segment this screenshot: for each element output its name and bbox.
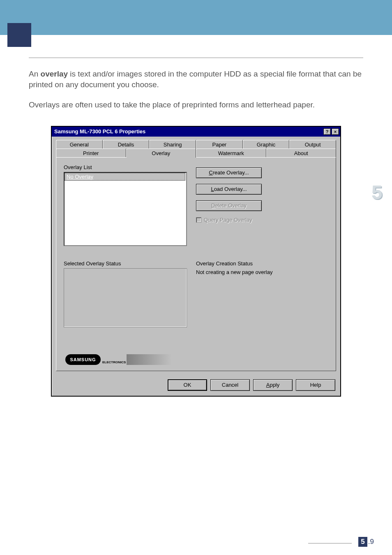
creation-status-label: Overlay Creation Status [196,260,323,267]
help-icon: ? [326,129,329,134]
samsung-logo-area: SAMSUNG ELECTRONICS [65,354,172,365]
tab-graphic[interactable]: Graphic [243,140,290,149]
create-overlay-button[interactable]: Create Overlay... [196,167,262,178]
dialog-buttons-row: OK Cancel Apply Help [52,375,340,396]
header-bar [0,0,392,35]
creation-status-value: Not creating a new page overlay [196,269,323,275]
tab-rows: General Details Sharing Paper Graphic Ou… [56,140,336,158]
p1-bold: overlay [41,70,68,78]
query-page-overlay-row: Query Page Overlay [196,217,327,223]
delete-overlay-button: Delete Overlay [196,200,262,211]
tab-details[interactable]: Details [103,140,150,149]
selected-status-box [64,268,187,327]
header-accent-block [7,23,31,47]
overlay-list-item[interactable]: No Overlay [65,173,185,181]
tabs-area: General Details Sharing Paper Graphic Ou… [52,137,340,375]
tab-row-front: Printer Overlay Watermark About [56,149,336,158]
properties-dialog: Samsung ML-7300 PCL 6 Properties ? × Gen… [51,126,341,397]
title-bar[interactable]: Samsung ML-7300 PCL 6 Properties ? × [52,127,340,137]
close-button[interactable]: × [332,128,339,135]
intro-paragraph-1: An overlay is text and/or images stored … [29,69,363,90]
samsung-logo: SAMSUNG [65,354,101,365]
dialog-title: Samsung ML-7300 PCL 6 Properties [54,128,145,135]
logo-gradient [127,354,172,365]
intro-paragraph-2: Overlays are often used to take the plac… [29,100,363,110]
overlay-list-col: Overlay List No Overlay [64,164,187,246]
selected-status-label: Selected Overlay Status [64,260,187,267]
help-button[interactable]: ? [323,128,331,135]
tab-overlay[interactable]: Overlay [126,149,196,158]
tab-panel-overlay: Overlay List No Overlay Create Overlay..… [56,157,336,371]
query-page-overlay-checkbox [196,217,201,223]
cancel-button[interactable]: Cancel [210,379,250,391]
horizontal-rule [29,58,363,58]
footer-page: .9 [368,538,374,546]
page-footer: 5 .9 [308,537,374,547]
tab-row-back: General Details Sharing Paper Graphic Ou… [56,140,336,149]
load-overlay-button[interactable]: Load Overlay... [196,184,262,195]
page-content: An overlay is text and/or images stored … [0,35,392,397]
samsung-logo-sub: ELECTRONICS [102,360,126,364]
overlay-listbox[interactable]: No Overlay [64,172,187,246]
tab-general[interactable]: General [56,140,103,149]
tab-paper[interactable]: Paper [196,140,243,149]
tab-watermark[interactable]: Watermark [196,149,266,158]
selected-status-col: Selected Overlay Status [64,260,187,327]
ok-button[interactable]: OK [168,379,207,391]
p1-pre: An [29,70,41,78]
overlay-list-label: Overlay List [64,164,187,170]
apply-button[interactable]: Apply [253,379,293,391]
p1-post: is text and/or images stored in the comp… [29,70,362,89]
tab-about[interactable]: About [266,149,337,158]
creation-status-col: Overlay Creation Status Not creating a n… [196,260,323,275]
close-icon: × [334,129,337,134]
side-chapter-number: 5 [371,181,389,204]
overlay-actions-col: Create Overlay... Load Overlay... Delete… [196,167,327,223]
tab-sharing[interactable]: Sharing [149,140,196,149]
tab-printer[interactable]: Printer [56,149,126,158]
tab-output[interactable]: Output [289,140,336,149]
footer-chapter: 5 [358,537,367,547]
help-btn[interactable]: Help [296,379,335,391]
footer-rule [308,543,352,543]
dialog-wrap: Samsung ML-7300 PCL 6 Properties ? × Gen… [29,126,363,397]
